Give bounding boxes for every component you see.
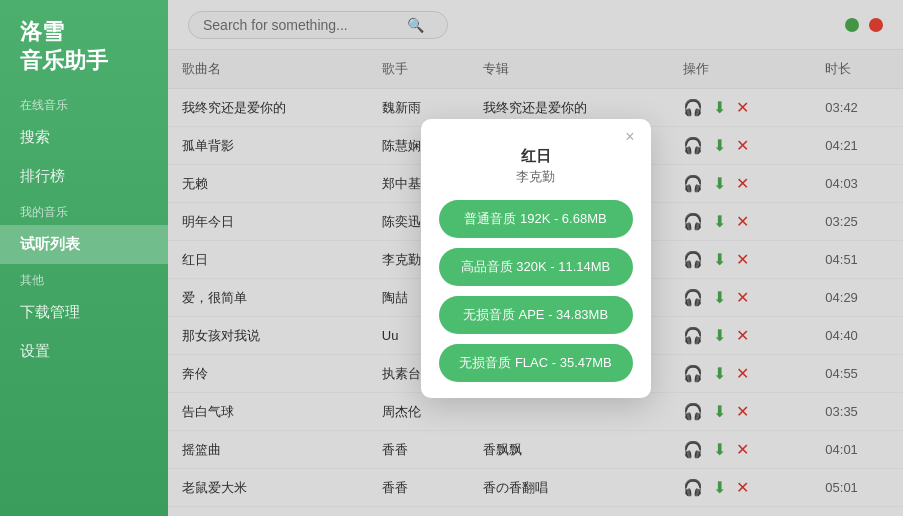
- app-logo: 洛雪 音乐助手: [0, 0, 168, 89]
- modal-header: ×: [421, 119, 651, 147]
- sidebar-item-downloads[interactable]: 下载管理: [0, 293, 168, 332]
- modal-option-lossless_ape[interactable]: 无损音质 APE - 34.83MB: [439, 296, 633, 334]
- download-modal: × 红日 李克勤 普通音质 192K - 6.68MB高品音质 320K - 1…: [421, 119, 651, 398]
- sidebar-item-settings[interactable]: 设置: [0, 332, 168, 371]
- sidebar-item-charts[interactable]: 排行榜: [0, 157, 168, 196]
- modal-close-button[interactable]: ×: [619, 127, 640, 147]
- main-content: 🔍 歌曲名 歌手 专辑 操作 时长 我终究还是爱你的 魏新雨 我终究还是爱你的: [168, 0, 903, 516]
- modal-overlay: × 红日 李克勤 普通音质 192K - 6.68MB高品音质 320K - 1…: [168, 0, 903, 516]
- modal-option-lossless_flac[interactable]: 无损音质 FLAC - 35.47MB: [439, 344, 633, 382]
- modal-title: 红日: [421, 147, 651, 166]
- modal-option-normal[interactable]: 普通音质 192K - 6.68MB: [439, 200, 633, 238]
- modal-subtitle: 李克勤: [421, 168, 651, 186]
- modal-options: 普通音质 192K - 6.68MB高品音质 320K - 11.14MB无损音…: [421, 200, 651, 382]
- section-online-label: 在线音乐: [0, 89, 168, 118]
- section-other-label: 其他: [0, 264, 168, 293]
- sidebar: 洛雪 音乐助手 在线音乐 搜索 排行榜 我的音乐 试听列表 其他 下载管理 设置: [0, 0, 168, 516]
- logo-line2: 音乐助手: [20, 48, 108, 73]
- sidebar-item-search[interactable]: 搜索: [0, 118, 168, 157]
- logo-line1: 洛雪: [20, 19, 64, 44]
- modal-option-high[interactable]: 高品音质 320K - 11.14MB: [439, 248, 633, 286]
- sidebar-item-playlist[interactable]: 试听列表: [0, 225, 168, 264]
- section-my-label: 我的音乐: [0, 196, 168, 225]
